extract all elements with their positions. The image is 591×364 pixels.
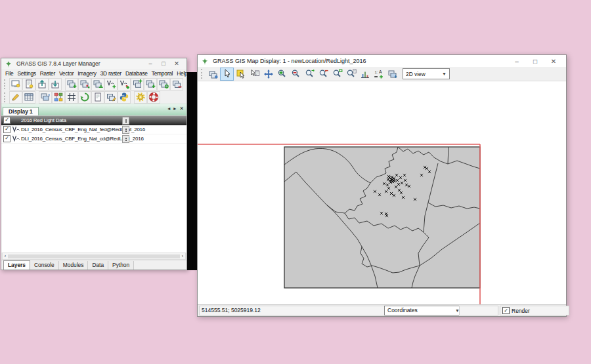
statusbar-mode-dropdown[interactable]: Coordinates ▼: [384, 306, 463, 315]
attribute-table-icon[interactable]: [22, 91, 35, 104]
toolbar-gripper: [201, 69, 205, 79]
layer-grip-button[interactable]: [122, 135, 129, 143]
map-display-window-controls: –□✕: [508, 56, 563, 66]
lm-maximize-button[interactable]: □: [157, 60, 170, 68]
md-minimize-button[interactable]: –: [508, 56, 526, 66]
add-raster-misc-icon[interactable]: [78, 78, 91, 91]
tab-console[interactable]: Console: [30, 261, 59, 270]
map-canvas[interactable]: [198, 81, 566, 304]
add-raster-icon[interactable]: [65, 78, 78, 91]
pan-icon[interactable]: [261, 68, 275, 81]
new-display-icon[interactable]: [9, 78, 22, 91]
layer-manager-toolbar-2: [1, 91, 186, 104]
analyze-icon[interactable]: [358, 68, 372, 81]
toolbar-gripper: [4, 79, 8, 89]
layer-label: 2016 Red Light Data: [21, 117, 66, 123]
layer-checkbox[interactable]: ✓: [3, 126, 11, 133]
scroll-left-icon[interactable]: ‹: [3, 254, 8, 258]
menu-help[interactable]: Help: [175, 70, 189, 77]
layer-row-2[interactable]: ✓DLI_2016_Census_CBF_Eng_Nat_cd@RedLight…: [1, 134, 186, 144]
md-maximize-button[interactable]: □: [526, 56, 544, 66]
vector-map-icon: [12, 126, 20, 133]
save-workspace-icon[interactable]: [49, 78, 62, 91]
script-icon[interactable]: [91, 91, 104, 104]
statusbar-spacer: [459, 306, 498, 315]
menu-settings[interactable]: Settings: [16, 70, 38, 77]
zoom-back-icon[interactable]: [317, 68, 330, 81]
select-icon[interactable]: [234, 68, 248, 81]
display-tab-nav: ◂▸✕: [167, 106, 184, 111]
scroll-right-icon[interactable]: ›: [180, 254, 185, 258]
add-group-icon[interactable]: [131, 78, 144, 91]
layer-manager-titlebar[interactable]: GRASS GIS 7.8.4 Layer Manager –□✕: [1, 58, 186, 69]
zoom-menu-icon[interactable]: [344, 68, 358, 81]
lm-close-button[interactable]: ✕: [170, 60, 183, 68]
layer-manager-toolbar-1: [1, 77, 186, 91]
python-icon[interactable]: [118, 91, 131, 104]
horizontal-scrollbar[interactable]: ‹ ›: [2, 253, 186, 260]
save-edit-icon[interactable]: [104, 91, 118, 104]
md-close-button[interactable]: ✕: [544, 56, 563, 66]
grass-logo-icon: [5, 60, 13, 68]
layer-manager-title: GRASS GIS 7.8.4 Layer Manager: [16, 60, 100, 67]
layer-row-1[interactable]: ✓DLI_2016_Census_CBF_Eng_Nat_fed@RedLigh…: [1, 125, 186, 134]
zoom-in-icon[interactable]: [275, 68, 289, 81]
remove-layer-icon[interactable]: [170, 78, 183, 91]
tab-close-icon[interactable]: ✕: [179, 106, 184, 111]
tab-next-icon[interactable]: ▸: [173, 106, 176, 111]
tab-layers[interactable]: Layers: [3, 260, 30, 270]
toolbar-gripper: [4, 92, 8, 102]
layer-group-icon: [12, 117, 20, 124]
view-mode-dropdown[interactable]: 2D view ▼: [403, 68, 450, 79]
pointer-icon[interactable]: [220, 68, 234, 81]
open-workspace-icon[interactable]: [35, 78, 49, 91]
layer-row-0[interactable]: ✓2016 Red Light Data: [1, 116, 186, 125]
tab-display-1[interactable]: Display 1: [3, 107, 39, 115]
census-map-outline: [284, 147, 480, 288]
lm-minimize-button[interactable]: –: [144, 60, 157, 68]
layer-grip-button[interactable]: [122, 117, 129, 125]
layer-checkbox[interactable]: ✓: [3, 135, 11, 142]
render-label: Render: [512, 308, 530, 314]
display-map-icon[interactable]: [206, 68, 220, 81]
map-swipe-icon[interactable]: [39, 91, 52, 104]
menu-3d-raster[interactable]: 3D raster: [98, 70, 123, 77]
menu-database[interactable]: Database: [123, 70, 150, 77]
map-display-titlebar[interactable]: GRASS GIS Map Display: 1 - newLocation/R…: [198, 55, 566, 67]
save-file-icon[interactable]: [385, 68, 399, 81]
zoom-selected-icon[interactable]: [303, 68, 317, 81]
menu-temporal[interactable]: Temporal: [150, 70, 175, 77]
tab-python[interactable]: Python: [108, 261, 134, 270]
menu-imagery[interactable]: Imagery: [76, 70, 98, 77]
tab-modules[interactable]: Modules: [59, 261, 89, 270]
add-raster-3d-icon[interactable]: [91, 78, 104, 91]
animation-icon[interactable]: [78, 91, 91, 104]
menu-file[interactable]: File: [3, 70, 16, 77]
scrollbar-thumb[interactable]: [8, 254, 180, 258]
query-icon[interactable]: [248, 68, 261, 81]
add-overlay-icon[interactable]: [144, 78, 157, 91]
add-labels-icon[interactable]: [157, 78, 170, 91]
layer-manager-bottom-tabs: LayersConsoleModulesDataPython: [1, 260, 186, 270]
menu-raster[interactable]: Raster: [38, 70, 57, 77]
layer-grip-button[interactable]: [122, 126, 129, 134]
georectify-icon[interactable]: [65, 91, 78, 104]
tab-prev-icon[interactable]: ◂: [167, 106, 170, 111]
create-workspace-icon[interactable]: [22, 78, 35, 91]
add-map-elements-icon[interactable]: 1:A: [372, 68, 385, 81]
settings-gear-icon[interactable]: [134, 91, 147, 104]
edit-pencil-icon[interactable]: [9, 91, 22, 104]
map-display-toolbar: 1:A 2D view ▼: [198, 67, 566, 81]
map-display-window: GRASS GIS Map Display: 1 - newLocation/R…: [197, 54, 567, 317]
help-ring-icon[interactable]: [147, 91, 160, 104]
render-checkbox[interactable]: ✓: [502, 307, 510, 314]
graphical-modeler-icon[interactable]: [52, 91, 65, 104]
menu-vector[interactable]: Vector: [57, 70, 76, 77]
view-mode-value: 2D view: [406, 71, 426, 77]
add-vector-misc-icon[interactable]: [118, 78, 131, 91]
zoom-out-icon[interactable]: [289, 68, 303, 81]
zoom-region-icon[interactable]: [330, 68, 344, 81]
add-vector-icon[interactable]: [104, 78, 118, 91]
tab-data[interactable]: Data: [88, 261, 108, 270]
layer-checkbox[interactable]: ✓: [3, 117, 11, 124]
